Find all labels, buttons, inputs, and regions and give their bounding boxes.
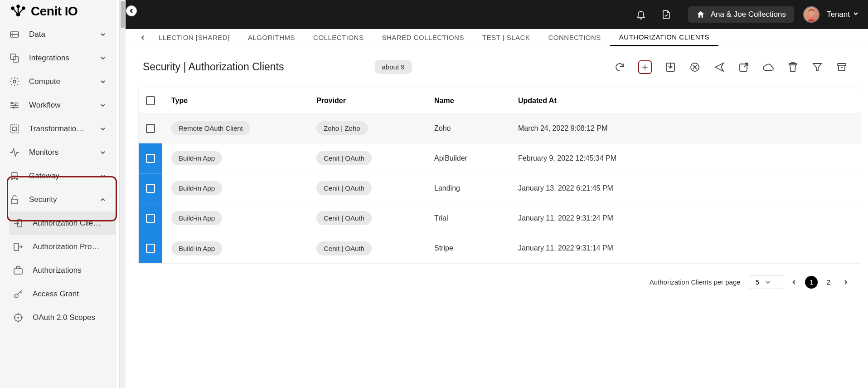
sidebar-item-compute[interactable]: Compute	[0, 70, 116, 93]
name-cell: Trial	[434, 214, 518, 222]
sidebar-item-transformations[interactable]: Transformatio…	[0, 117, 116, 141]
sidebar-item-access-grant[interactable]: Access Grant	[9, 282, 116, 306]
sidebar-item-label: OAuth 2.0 Scopes	[33, 313, 107, 322]
tenant-dropdown-icon[interactable]	[853, 10, 859, 19]
provider-pill[interactable]: Cenit | OAuth	[316, 181, 372, 195]
select-all-checkbox[interactable]	[139, 96, 162, 105]
sidebar-item-auth-providers[interactable]: Authorization Pro…	[9, 235, 116, 259]
svg-line-33	[20, 292, 22, 293]
tasks-icon[interactable]	[657, 5, 675, 24]
column-header-type[interactable]: Type	[162, 97, 316, 105]
tab-shared-collections[interactable]: SHARED COLLECTIONS	[373, 29, 473, 46]
activity-icon	[9, 147, 20, 158]
sidebar-item-monitors[interactable]: Monitors	[0, 141, 116, 164]
sidebar-item-gateway[interactable]: Gateway	[0, 164, 116, 188]
cross-icon[interactable]	[689, 61, 701, 73]
row-checkbox[interactable]	[139, 203, 162, 233]
sidebar-scrollbar[interactable]	[119, 0, 126, 388]
sidebar-item-oauth-scopes[interactable]: OAuth 2.0 Scopes	[9, 306, 116, 329]
user-avatar[interactable]	[803, 6, 820, 23]
add-icon[interactable]	[638, 60, 652, 74]
upload-cloud-icon[interactable]	[762, 61, 774, 73]
type-pill[interactable]: Build-in App	[171, 241, 222, 255]
scrollbar-thumb[interactable]	[121, 1, 125, 28]
row-checkbox[interactable]	[139, 143, 162, 173]
page-next[interactable]	[839, 276, 852, 289]
table-row[interactable]: Build-in App Cenit | OAuth Stripe Januar…	[139, 233, 861, 263]
table-row[interactable]: Build-in App Cenit | OAuth Trial January…	[139, 203, 861, 233]
provider-pill[interactable]: Zoho | Zoho	[316, 121, 368, 135]
app-name: Cenit IO	[31, 4, 78, 19]
row-checkbox[interactable]	[139, 233, 162, 263]
provider-pill[interactable]: Cenit | OAuth	[316, 211, 372, 225]
type-pill[interactable]: Build-in App	[171, 151, 222, 165]
row-checkbox[interactable]	[139, 173, 162, 203]
tab-test-slack[interactable]: TEST | SLACK	[473, 29, 539, 46]
svg-marker-53	[813, 64, 821, 71]
notifications-icon[interactable]	[632, 5, 650, 24]
provider-pill[interactable]: Cenit | OAuth	[316, 241, 372, 255]
tab-algorithms[interactable]: ALGORITHMS	[239, 29, 304, 46]
table-row[interactable]: Build-in App Cenit | OAuth ApiBuilder Fe…	[139, 143, 861, 173]
collapse-sidebar-button[interactable]	[126, 5, 137, 16]
column-header-name[interactable]: Name	[434, 97, 518, 105]
page-prev[interactable]	[788, 276, 800, 289]
chevron-down-icon	[99, 54, 107, 62]
tab-connections[interactable]: CONNECTIONS	[539, 29, 610, 46]
database-icon	[9, 29, 20, 40]
updated-cell: January 11, 2022 9:31:14 PM	[518, 244, 861, 252]
sidebar-item-label: Authorization Pro…	[33, 242, 107, 251]
refresh-icon[interactable]	[614, 61, 626, 73]
tab-authorization-clients[interactable]: AUTHORIZATION CLIENTS	[610, 29, 718, 46]
sidebar-item-label: Authorization Clie…	[33, 219, 107, 228]
data-table: Type Provider Name Updated At Remote OAu…	[138, 88, 861, 264]
archive-icon[interactable]	[836, 61, 848, 73]
transform-icon	[9, 123, 20, 134]
per-page-select[interactable]: 5	[750, 275, 783, 289]
open-external-icon[interactable]	[738, 61, 750, 73]
type-pill[interactable]: Remote OAuth Client	[171, 121, 250, 135]
table-header-row: Type Provider Name Updated At	[139, 88, 861, 113]
sidebar-item-data[interactable]: Data	[0, 23, 116, 46]
svg-rect-30	[14, 269, 22, 274]
key-icon	[13, 289, 24, 300]
sidebar-item-workflow[interactable]: Workflow	[0, 93, 116, 117]
count-badge: about 9	[375, 60, 412, 74]
import-icon[interactable]	[664, 61, 676, 73]
row-checkbox[interactable]	[139, 124, 162, 133]
column-header-updated[interactable]: Updated At	[518, 97, 861, 105]
svg-point-18	[15, 105, 16, 106]
tabs-scroll-left[interactable]	[136, 31, 150, 44]
name-cell: ApiBuilder	[434, 154, 518, 162]
app-logo[interactable]: Cenit IO	[0, 0, 116, 23]
type-pill[interactable]: Build-in App	[171, 181, 222, 195]
page-2[interactable]: 2	[822, 276, 835, 289]
per-page-value: 5	[756, 278, 759, 286]
sidebar-item-authorizations[interactable]: Authorizations	[9, 259, 116, 282]
type-pill[interactable]: Build-in App	[171, 211, 222, 225]
sidebar: Cenit IO Data Integrations Compute Workf…	[0, 0, 116, 388]
sidebar-security-children: Authorization Clie… Authorization Pro… A…	[0, 211, 116, 329]
table-row[interactable]: Build-in App Cenit | OAuth Landing Janua…	[139, 173, 861, 203]
page-1[interactable]: 1	[805, 276, 818, 289]
chevron-down-icon	[99, 31, 107, 38]
tenant-selector[interactable]: Ana & Joe Collections	[688, 6, 794, 23]
sidebar-item-label: Access Grant	[33, 290, 107, 299]
chevron-down-icon	[99, 125, 107, 133]
sidebar-item-security[interactable]: Security	[0, 188, 116, 211]
login-icon	[13, 218, 24, 229]
svg-rect-27	[11, 199, 18, 204]
filter-icon[interactable]	[811, 61, 823, 73]
sidebar-item-auth-clients[interactable]: Authorization Clie…	[9, 211, 116, 235]
tab-llection-shared[interactable]: LLECTION [SHARED]	[150, 29, 239, 46]
column-header-provider[interactable]: Provider	[316, 97, 434, 105]
tab-collections[interactable]: COLLECTIONS	[304, 29, 373, 46]
svg-point-13	[13, 80, 16, 83]
svg-rect-22	[12, 172, 17, 176]
sidebar-item-integrations[interactable]: Integrations	[0, 46, 116, 70]
delete-icon[interactable]	[787, 61, 799, 73]
table-row[interactable]: Remote OAuth Client Zoho | Zoho Zoho Mar…	[139, 113, 861, 143]
share-icon[interactable]	[713, 61, 725, 73]
provider-pill[interactable]: Cenit | OAuth	[316, 151, 372, 165]
sidebar-item-label: Workflow	[29, 101, 99, 110]
